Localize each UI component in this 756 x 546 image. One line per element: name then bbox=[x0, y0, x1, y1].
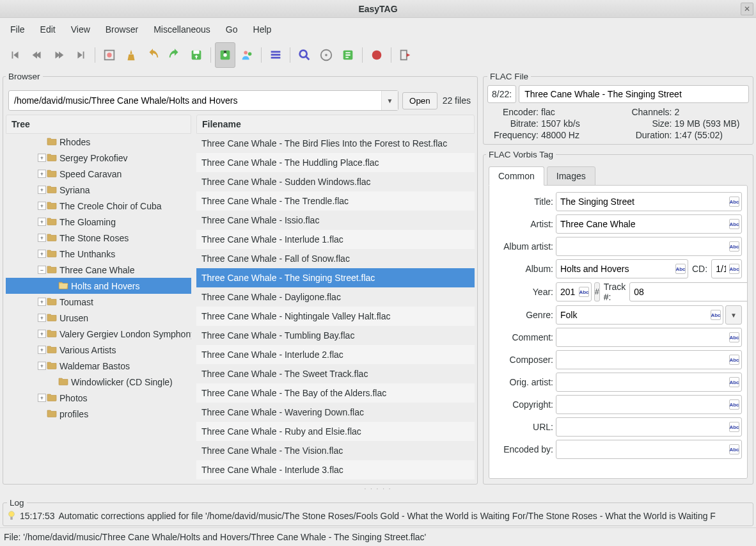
copyright-input[interactable] bbox=[556, 395, 742, 414]
apply-all-icon[interactable]: Abc bbox=[729, 264, 739, 274]
file-list-item[interactable]: Three Cane Whale - Interlude 1.flac bbox=[196, 230, 475, 249]
track-input[interactable] bbox=[629, 282, 748, 301]
apply-all-icon[interactable]: Abc bbox=[675, 264, 686, 274]
quit-button[interactable] bbox=[395, 42, 416, 68]
tree-item[interactable]: +Syriana bbox=[6, 182, 191, 198]
apply-all-icon[interactable]: Abc bbox=[729, 332, 739, 342]
apply-all-icon[interactable]: Abc bbox=[729, 399, 739, 410]
expander-icon[interactable]: + bbox=[38, 186, 46, 194]
search-button[interactable] bbox=[294, 42, 315, 68]
tree-item[interactable]: +The Stone Roses bbox=[6, 230, 191, 246]
expander-icon[interactable]: + bbox=[38, 202, 46, 210]
tree-item[interactable]: +Urusen bbox=[6, 310, 191, 326]
apply-all-icon[interactable]: Abc bbox=[729, 355, 739, 365]
file-list-item[interactable]: Three Cane Whale - The Sweet Track.flac bbox=[196, 364, 475, 383]
file-list-item[interactable]: Three Cane Whale - Wavering Down.flac bbox=[196, 403, 475, 422]
tree-item[interactable]: +Windowlicker (CD Single) bbox=[6, 374, 191, 390]
scan-button[interactable] bbox=[99, 42, 120, 68]
apply-all-icon[interactable]: Abc bbox=[729, 422, 739, 432]
save-button[interactable] bbox=[186, 42, 207, 68]
tree-item[interactable]: +Valery Gergiev London Symphony Orchestr… bbox=[6, 326, 191, 342]
file-list-item[interactable]: Three Cane Whale - Nightingale Valley Ha… bbox=[196, 307, 475, 326]
tree-item[interactable]: +Rhodes bbox=[6, 134, 191, 150]
splitter-handle[interactable]: · · · · · bbox=[0, 485, 756, 493]
redo-button[interactable] bbox=[164, 42, 185, 68]
expander-icon[interactable]: + bbox=[38, 234, 46, 242]
filename-header[interactable]: Filename bbox=[196, 115, 475, 134]
tree-item[interactable]: +Photos bbox=[6, 390, 191, 406]
apply-all-icon[interactable]: Abc bbox=[579, 287, 589, 297]
file-list-item[interactable]: Three Cane Whale - Interlude 2.flac bbox=[196, 345, 475, 364]
tree-header[interactable]: Tree bbox=[6, 115, 191, 134]
orig-artist-input[interactable] bbox=[556, 373, 742, 392]
nav-first-button[interactable] bbox=[5, 42, 26, 68]
tree-item[interactable]: +The Unthanks bbox=[6, 246, 191, 262]
file-list-item[interactable]: Three Cane Whale - The Bird Flies Into t… bbox=[196, 134, 475, 153]
expander-icon[interactable]: + bbox=[38, 218, 46, 226]
file-list-item[interactable]: Three Cane Whale - Dayligone.flac bbox=[196, 287, 475, 307]
menu-go[interactable]: Go bbox=[219, 22, 244, 37]
tree-item[interactable]: +Speed Caravan bbox=[6, 166, 191, 182]
view-artist-button[interactable] bbox=[237, 42, 257, 68]
playlist-button[interactable] bbox=[338, 42, 358, 68]
artist-input[interactable] bbox=[556, 214, 742, 234]
expander-icon[interactable]: + bbox=[38, 298, 46, 306]
nav-last-button[interactable] bbox=[70, 42, 91, 68]
stop-button[interactable] bbox=[366, 42, 387, 68]
title-input[interactable] bbox=[556, 192, 742, 211]
apply-all-icon[interactable]: Abc bbox=[729, 197, 739, 207]
menu-browser[interactable]: Browser bbox=[99, 22, 145, 37]
file-list-item[interactable]: Three Cane Whale - The Huddling Place.fl… bbox=[196, 153, 475, 172]
menu-file[interactable]: File bbox=[4, 22, 31, 37]
file-list-item[interactable]: Three Cane Whale - Sudden Windows.flac bbox=[196, 172, 475, 191]
path-dropdown-button[interactable]: ▼ bbox=[381, 91, 398, 110]
file-list-item[interactable]: Three Cane Whale - The Vision.flac bbox=[196, 441, 475, 460]
view-tree-button[interactable] bbox=[215, 42, 235, 68]
close-button[interactable]: ✕ bbox=[741, 3, 753, 15]
apply-all-icon[interactable]: Abc bbox=[729, 377, 739, 387]
comment-input[interactable] bbox=[556, 328, 742, 347]
tree-item[interactable]: +Various Artists bbox=[6, 342, 191, 358]
expander-icon[interactable]: + bbox=[38, 250, 46, 258]
file-list-item[interactable]: Three Cane Whale - The Trendle.flac bbox=[196, 191, 475, 211]
file-list-item[interactable]: Three Cane Whale - The Singing Street.fl… bbox=[196, 268, 475, 287]
nav-prev-button[interactable] bbox=[27, 42, 47, 68]
album-artist-input[interactable] bbox=[556, 237, 742, 256]
file-list-item[interactable]: Three Cane Whale - Tumbling Bay.flac bbox=[196, 326, 475, 345]
tree-item[interactable]: +Waldemar Bastos bbox=[6, 358, 191, 374]
file-list-item[interactable]: Three Cane Whale - Ruby and Elsie.flac bbox=[196, 422, 475, 441]
tree-item[interactable]: +Holts and Hovers bbox=[6, 278, 191, 294]
tab-images[interactable]: Images bbox=[547, 166, 595, 186]
tree-item[interactable]: +The Gloaming bbox=[6, 214, 191, 230]
encoded-by-input[interactable] bbox=[556, 440, 742, 459]
undo-button[interactable] bbox=[143, 42, 163, 68]
file-list-item[interactable]: Three Cane Whale - Interlude 3.flac bbox=[196, 460, 475, 479]
menu-help[interactable]: Help bbox=[247, 22, 278, 37]
expander-icon[interactable]: + bbox=[38, 314, 46, 322]
tree-scroll[interactable]: +Rhodes+Sergey Prokofiev+Speed Caravan+S… bbox=[6, 134, 191, 481]
album-input[interactable] bbox=[556, 259, 688, 278]
tree-item[interactable]: +Sergey Prokofiev bbox=[6, 150, 191, 166]
expander-icon[interactable]: + bbox=[38, 170, 46, 178]
apply-all-icon[interactable]: Abc bbox=[729, 241, 739, 252]
select-all-button[interactable] bbox=[265, 42, 286, 68]
nav-next-button[interactable] bbox=[49, 42, 69, 68]
composer-input[interactable] bbox=[556, 350, 742, 369]
filename-input[interactable] bbox=[519, 85, 749, 103]
auto-number-button[interactable]: # bbox=[594, 282, 600, 301]
expander-icon[interactable]: − bbox=[38, 266, 46, 274]
genre-dropdown-button[interactable]: ▼ bbox=[725, 305, 742, 325]
file-list-item[interactable]: Three Cane Whale - The Bay of the Alders… bbox=[196, 383, 475, 403]
genre-input[interactable] bbox=[556, 305, 723, 325]
apply-all-icon[interactable]: Abc bbox=[729, 444, 739, 454]
file-list-item[interactable]: Three Cane Whale - Fall of Snow.flac bbox=[196, 249, 475, 268]
tree-item[interactable]: +Toumast bbox=[6, 294, 191, 310]
expander-icon[interactable]: + bbox=[38, 346, 46, 354]
open-button[interactable]: Open bbox=[402, 92, 437, 109]
menu-view[interactable]: View bbox=[65, 22, 97, 37]
expander-icon[interactable]: + bbox=[38, 154, 46, 162]
tree-item[interactable]: −Three Cane Whale bbox=[6, 262, 191, 278]
tree-item[interactable]: +The Creole Choir of Cuba bbox=[6, 198, 191, 214]
cddb-button[interactable] bbox=[316, 42, 336, 68]
tab-common[interactable]: Common bbox=[489, 166, 544, 186]
